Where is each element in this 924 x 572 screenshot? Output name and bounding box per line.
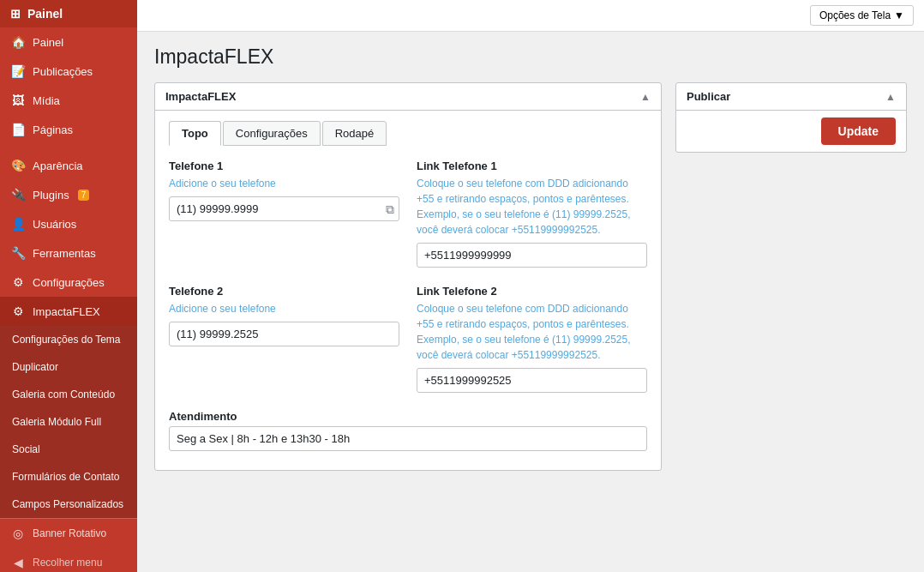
sidebar-item-formularios[interactable]: Formulários de Contato — [0, 463, 137, 491]
sidebar-item-galeria-modulo[interactable]: Galeria Módulo Full — [0, 408, 137, 436]
fields-row-1: Telefone 1 Adicione o seu telefone ⧉ Lin… — [169, 160, 647, 268]
sidebar-item-label: Mídia — [33, 94, 60, 107]
sidebar-item-publicacoes[interactable]: 📝 Publicações — [0, 57, 137, 86]
field-group-telefone2: Telefone 2 Adicione o seu telefone — [169, 285, 399, 393]
update-button[interactable]: Update — [821, 117, 896, 145]
link-telefone1-hint: Coloque o seu telefone com DDD adicionan… — [417, 176, 647, 238]
page-title: ImpactaFLEX — [154, 45, 907, 69]
sidebar-item-aparencia[interactable]: 🎨 Aparência — [0, 151, 137, 180]
field-group-link-telefone2: Link Telefone 2 Coloque o seu telefone c… — [417, 285, 647, 393]
appearance-icon: 🎨 — [10, 159, 26, 172]
recolher-label: Recolher menu — [33, 557, 102, 569]
sidebar-item-label: Configurações — [33, 276, 105, 289]
postbox-title: ImpactaFLEX — [165, 90, 236, 103]
sidebar-item-paginas[interactable]: 📄 Páginas — [0, 115, 137, 144]
screen-options-label: Opções de Tela — [819, 9, 891, 21]
atendimento-input[interactable] — [169, 426, 647, 451]
sidebar-item-banner-rotativo[interactable]: ◎ Banner Rotativo — [0, 519, 137, 548]
publish-row: Update — [676, 111, 906, 152]
pages-icon: 📄 — [10, 123, 26, 136]
social-label: Social — [12, 443, 40, 455]
publish-postbox: Publicar ▲ Update — [675, 82, 907, 153]
sidebar-item-usuarios[interactable]: 👤 Usuários — [0, 209, 137, 238]
tab-topo[interactable]: Topo — [169, 121, 221, 146]
telefone1-hint: Adicione o seu telefone — [169, 176, 399, 191]
sidebar-submenu: Configurações do Tema Duplicator Galeria… — [0, 326, 137, 518]
tools-icon: 🔧 — [10, 246, 26, 260]
duplicator-label: Duplicator — [12, 361, 58, 373]
impactaflex-icon: ⚙ — [10, 304, 26, 318]
link-telefone1-input[interactable] — [417, 243, 647, 268]
sidebar-item-label: Páginas — [33, 123, 73, 136]
sidebar-item-label: Aparência — [33, 160, 83, 172]
sidebar-item-ferramentas[interactable]: 🔧 Ferramentas — [0, 238, 137, 268]
content-area: ImpactaFLEX ImpactaFLEX ▲ Topo — [137, 32, 924, 572]
link-telefone2-hint: Coloque o seu telefone com DDD adicionan… — [417, 301, 647, 363]
link-telefone1-label: Link Telefone 1 — [417, 160, 647, 172]
tab-configuracoes[interactable]: Configurações — [223, 121, 321, 146]
postbox-toggle[interactable]: ▲ — [640, 91, 651, 103]
posts-icon: 📝 — [10, 64, 26, 78]
main-content: Opções de Tela ▼ ImpactaFLEX ImpactaFLEX… — [137, 0, 924, 572]
field-group-atendimento: Atendimento — [169, 410, 647, 451]
field-group-telefone1: Telefone 1 Adicione o seu telefone ⧉ — [169, 160, 399, 268]
banner-icon: ◎ — [10, 527, 26, 540]
publish-postbox-header: Publicar ▲ — [676, 83, 906, 111]
sidebar-item-plugins[interactable]: 🔌 Plugins 7 — [0, 180, 137, 209]
home-icon: 🏠 — [10, 35, 26, 49]
sidebar-item-midia[interactable]: 🖼 Mídia — [0, 86, 137, 115]
sidebar-item-label: Publicações — [33, 65, 93, 78]
sidebar-logo[interactable]: ⊞ Painel — [0, 0, 137, 27]
side-column: Publicar ▲ Update — [675, 82, 907, 166]
nav-tabs: Topo Configurações Rodapé — [169, 121, 647, 146]
sidebar-item-configuracoes[interactable]: ⚙ Configurações — [0, 268, 137, 297]
sidebar-item-duplicator[interactable]: Duplicator — [0, 353, 137, 381]
sidebar-item-social[interactable]: Social — [0, 436, 137, 463]
telefone1-label: Telefone 1 — [169, 160, 399, 172]
main-column: ImpactaFLEX ▲ Topo Configurações — [154, 82, 662, 485]
columns-wrapper: ImpactaFLEX ▲ Topo Configurações — [154, 82, 907, 485]
galeria-conteudo-label: Galeria com Conteúdo — [12, 388, 115, 400]
sidebar-item-recolher[interactable]: ◀ Recolher menu — [0, 548, 137, 572]
campos-label: Campos Personalizados — [12, 498, 123, 510]
atendimento-label: Atendimento — [169, 410, 647, 423]
sidebar-item-label: Painel — [33, 36, 63, 49]
tab-rodape[interactable]: Rodapé — [322, 121, 387, 146]
tab-configuracoes-label: Configurações — [236, 127, 308, 140]
screen-options-button[interactable]: Opções de Tela ▼ — [810, 5, 914, 26]
link-telefone2-input[interactable] — [417, 368, 647, 393]
telefone2-input[interactable] — [169, 322, 399, 346]
sidebar: ⊞ Painel 🏠 Painel 📝 Publicações 🖼 Mídia … — [0, 0, 137, 572]
config-tema-label: Configurações do Tema — [12, 334, 121, 346]
telefone1-input[interactable] — [169, 196, 399, 221]
sidebar-item-label: ImpactaFLEX — [33, 305, 100, 318]
plugins-badge: 7 — [78, 190, 90, 201]
sidebar-logo-label: Painel — [27, 7, 63, 21]
galeria-modulo-label: Galeria Módulo Full — [12, 416, 101, 428]
sidebar-item-config-tema[interactable]: Configurações do Tema — [0, 326, 137, 353]
tab-rodape-label: Rodapé — [335, 127, 375, 140]
settings-icon: ⚙ — [10, 275, 26, 289]
fields-row-2: Telefone 2 Adicione o seu telefone Link … — [169, 285, 647, 393]
users-icon: 👤 — [10, 217, 26, 231]
sidebar-logo-icon: ⊞ — [10, 7, 21, 21]
formularios-label: Formulários de Contato — [12, 471, 119, 483]
collapse-icon: ◀ — [10, 556, 26, 569]
media-icon: 🖼 — [10, 93, 26, 107]
main-postbox: ImpactaFLEX ▲ Topo Configurações — [154, 82, 662, 471]
sidebar-item-impactaflex[interactable]: ⚙ ImpactaFLEX — [0, 297, 137, 326]
publish-postbox-toggle[interactable]: ▲ — [885, 91, 896, 103]
banner-rotativo-label: Banner Rotativo — [33, 527, 106, 539]
sidebar-item-painel[interactable]: 🏠 Painel — [0, 27, 137, 57]
sidebar-item-campos[interactable]: Campos Personalizados — [0, 491, 137, 518]
publish-postbox-title: Publicar — [687, 90, 730, 103]
link-telefone2-label: Link Telefone 2 — [417, 285, 647, 298]
postbox-header: ImpactaFLEX ▲ — [155, 83, 661, 111]
sidebar-item-galeria-conteudo[interactable]: Galeria com Conteúdo — [0, 381, 137, 408]
sidebar-item-label: Usuários — [33, 218, 76, 231]
sidebar-item-label: Ferramentas — [33, 247, 96, 260]
plugins-icon: 🔌 — [10, 188, 26, 202]
field-group-link-telefone1: Link Telefone 1 Coloque o seu telefone c… — [417, 160, 647, 268]
telefone2-hint: Adicione o seu telefone — [169, 301, 399, 316]
tab-topo-label: Topo — [182, 127, 208, 140]
